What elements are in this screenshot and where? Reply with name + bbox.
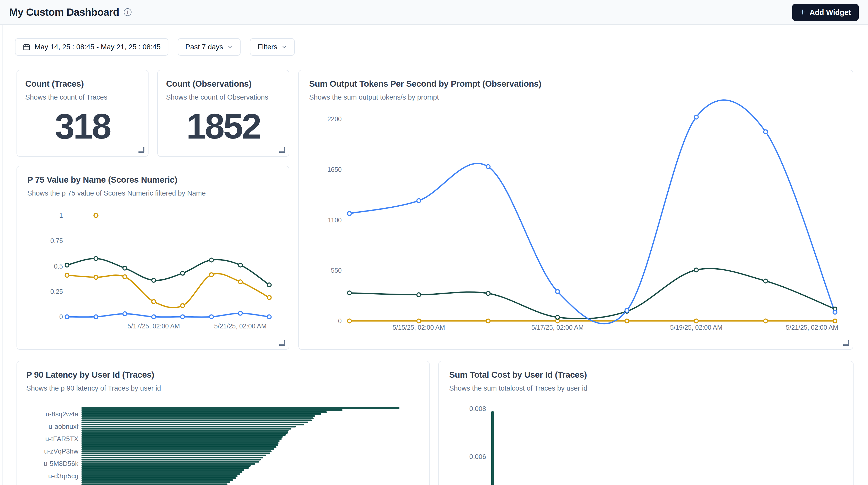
latency-bar[interactable] — [82, 417, 314, 419]
data-point-teal[interactable] — [181, 271, 185, 275]
latency-bar[interactable] — [82, 428, 291, 429]
latency-bar[interactable] — [82, 448, 274, 450]
data-point-blue[interactable] — [268, 315, 271, 319]
latency-bar[interactable] — [82, 413, 321, 415]
data-point-orange[interactable] — [764, 319, 768, 323]
data-point-teal[interactable] — [239, 263, 242, 267]
data-point-orange[interactable] — [625, 319, 629, 323]
data-point-orange[interactable] — [94, 275, 98, 279]
cost-bar[interactable] — [491, 411, 494, 485]
data-point-orange[interactable] — [348, 319, 351, 323]
data-point-orange[interactable] — [833, 319, 837, 323]
data-point-teal[interactable] — [764, 279, 768, 283]
latency-bar[interactable] — [82, 459, 261, 460]
latency-bar[interactable] — [82, 442, 279, 444]
data-point-orange[interactable] — [152, 300, 156, 304]
data-point-blue[interactable] — [694, 115, 698, 119]
data-point-orange[interactable] — [268, 296, 271, 300]
data-point-teal[interactable] — [417, 293, 421, 297]
latency-bar[interactable] — [82, 477, 236, 479]
latency-bar[interactable] — [82, 434, 286, 436]
data-point-orange-isolated[interactable] — [94, 214, 98, 217]
y-axis-tick: 0.5 — [54, 263, 63, 270]
data-point-blue[interactable] — [152, 315, 156, 319]
data-point-blue[interactable] — [239, 311, 242, 315]
resize-handle[interactable] — [843, 340, 849, 346]
data-point-blue[interactable] — [210, 315, 214, 319]
data-point-blue[interactable] — [764, 130, 768, 133]
latency-bar[interactable] — [82, 463, 255, 465]
date-range-button[interactable]: May 14, 25 : 08:45 - May 21, 25 : 08:45 — [15, 38, 168, 56]
time-preset-dropdown[interactable]: Past 7 days — [178, 38, 241, 56]
latency-bar[interactable] — [82, 426, 296, 427]
y-axis-tick: u-d3qr5cg — [17, 472, 79, 480]
latency-bar[interactable] — [82, 461, 259, 462]
data-point-blue[interactable] — [181, 315, 185, 319]
latency-bar[interactable] — [82, 471, 242, 473]
latency-bar[interactable] — [82, 411, 327, 413]
latency-bar[interactable] — [82, 415, 315, 417]
latency-bar[interactable] — [82, 467, 249, 469]
latency-bar[interactable] — [82, 479, 233, 481]
data-point-orange[interactable] — [417, 319, 421, 323]
data-point-teal[interactable] — [348, 291, 351, 295]
latency-bar[interactable] — [82, 422, 308, 423]
data-point-teal[interactable] — [210, 258, 214, 262]
data-point-teal[interactable] — [123, 266, 127, 270]
data-point-blue[interactable] — [625, 308, 629, 312]
latency-bar[interactable] — [82, 453, 270, 454]
latency-bar[interactable] — [82, 473, 240, 475]
latency-bar[interactable] — [82, 444, 278, 446]
info-icon[interactable]: i — [124, 8, 131, 16]
latency-bar[interactable] — [82, 455, 266, 456]
latency-bar[interactable] — [82, 475, 238, 477]
data-point-teal[interactable] — [486, 292, 490, 295]
y-axis-tick: 1100 — [328, 216, 342, 224]
data-point-blue[interactable] — [556, 290, 560, 294]
resize-handle[interactable] — [279, 340, 285, 346]
data-point-orange[interactable] — [486, 319, 490, 323]
data-point-teal[interactable] — [65, 263, 69, 267]
filters-dropdown[interactable]: Filters — [250, 38, 295, 56]
data-point-blue[interactable] — [65, 315, 69, 319]
data-point-blue[interactable] — [417, 199, 421, 203]
data-point-teal[interactable] — [94, 257, 98, 261]
data-point-teal[interactable] — [268, 283, 271, 287]
latency-bar[interactable] — [82, 407, 399, 409]
latency-bar[interactable] — [82, 469, 244, 471]
data-point-blue[interactable] — [486, 165, 490, 169]
latency-bar[interactable] — [82, 483, 227, 485]
data-point-orange[interactable] — [694, 319, 698, 323]
data-point-teal[interactable] — [694, 268, 698, 272]
data-point-orange[interactable] — [239, 280, 242, 284]
data-point-blue[interactable] — [833, 310, 837, 314]
latency-bar[interactable] — [82, 430, 288, 432]
data-point-teal[interactable] — [152, 278, 156, 282]
data-point-orange[interactable] — [210, 273, 214, 277]
latency-bar[interactable] — [82, 420, 312, 421]
data-point-orange[interactable] — [181, 304, 185, 307]
x-axis-tick: 5/17/25, 02:00 AM — [531, 324, 584, 331]
data-point-blue[interactable] — [348, 212, 351, 215]
add-widget-button[interactable]: + Add Widget — [792, 4, 859, 21]
data-point-blue[interactable] — [94, 315, 98, 319]
latency-bar[interactable] — [82, 465, 251, 467]
data-point-teal[interactable] — [556, 315, 560, 319]
resize-handle[interactable] — [279, 147, 285, 153]
latency-bar[interactable] — [82, 432, 288, 434]
latency-bar[interactable] — [82, 440, 280, 442]
data-point-blue[interactable] — [123, 312, 127, 316]
latency-bar[interactable] — [82, 409, 342, 411]
y-axis-tick: 1650 — [327, 166, 342, 173]
latency-bar[interactable] — [82, 424, 304, 425]
resize-handle[interactable] — [138, 147, 145, 153]
data-point-orange[interactable] — [65, 273, 69, 277]
latency-bar[interactable] — [82, 436, 283, 438]
latency-bar[interactable] — [82, 457, 263, 458]
latency-bar[interactable] — [82, 450, 272, 452]
p75-line-chart: 00.250.50.7515/17/25, 02:00 AM5/21/25, 0… — [17, 166, 289, 349]
latency-bar[interactable] — [82, 438, 282, 440]
data-point-orange[interactable] — [123, 275, 127, 279]
latency-bar[interactable] — [82, 446, 276, 448]
latency-bar[interactable] — [82, 481, 230, 483]
